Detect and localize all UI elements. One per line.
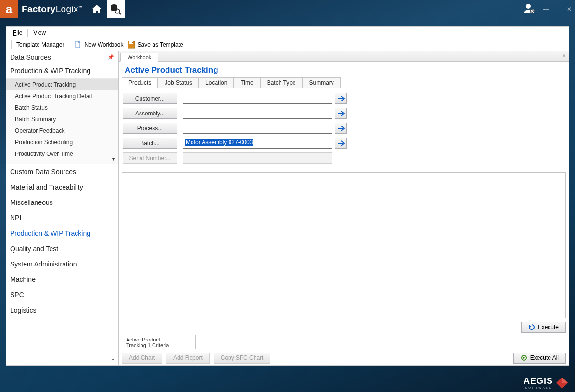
customer-field[interactable] — [183, 93, 332, 104]
process-go-button[interactable] — [335, 123, 347, 134]
menu-bar: File View — [6, 27, 569, 38]
svg-rect-7 — [76, 41, 80, 48]
sidebar-category[interactable]: Quality and Test — [6, 241, 118, 256]
batch-picker-button[interactable]: Batch... — [123, 138, 177, 149]
sidebar-category[interactable]: Machine — [6, 272, 118, 287]
sidebar: Data Sources 📌 Production & WIP Tracking… — [6, 51, 119, 365]
minimize-button[interactable]: — — [542, 5, 550, 13]
svg-point-3 — [526, 4, 531, 9]
database-search-icon — [110, 3, 121, 15]
sidebar-category[interactable]: Miscellaneous — [6, 195, 118, 210]
execute-all-button[interactable]: Execute All — [513, 353, 566, 364]
customer-go-button[interactable] — [335, 93, 347, 104]
subtab-time[interactable]: Time — [234, 77, 260, 88]
workbook-tabstrip: Workbook × — [119, 51, 569, 62]
subtab-job-status[interactable]: Job Status — [158, 77, 199, 88]
close-tab-button[interactable]: × — [562, 52, 566, 59]
tab-workbook[interactable]: Workbook — [120, 53, 158, 62]
home-button[interactable] — [89, 1, 105, 17]
save-as-template-button[interactable]: Save as Template — [126, 40, 185, 50]
toolbar: Template Manager New Workbook Save as Te… — [6, 38, 569, 51]
subtab-products[interactable]: Products — [122, 77, 158, 88]
sidebar-category[interactable]: System Administration — [6, 256, 118, 272]
refresh-all-icon — [521, 354, 527, 361]
process-picker-button[interactable]: Process... — [123, 123, 177, 134]
sidebar-item[interactable]: Active Product Tracking — [6, 79, 118, 90]
sidebar-category[interactable]: Material and Traceability — [6, 179, 118, 195]
maximize-button[interactable]: ☐ — [553, 5, 562, 13]
sidebar-item[interactable]: Production Scheduling — [6, 137, 118, 148]
subtab-location[interactable]: Location — [199, 77, 234, 88]
arrow-right-icon — [337, 140, 345, 146]
sidebar-category-expanded[interactable]: Production & WIP Tracking — [6, 63, 118, 78]
batch-go-button[interactable] — [335, 138, 347, 149]
execute-button[interactable]: Execute — [521, 322, 566, 333]
assembly-field[interactable] — [183, 108, 332, 119]
sidebar-category-active[interactable]: Production & WIP Tracking — [6, 226, 118, 241]
sidebar-category[interactable]: NPI — [6, 210, 118, 226]
user-icon — [523, 3, 536, 14]
add-chart-button: Add Chart — [122, 353, 162, 364]
home-icon — [91, 4, 102, 14]
arrow-right-icon — [337, 96, 345, 101]
subtab-batch-type[interactable]: Batch Type — [260, 77, 303, 88]
refresh-icon — [528, 324, 535, 330]
svg-rect-10 — [132, 42, 133, 43]
document-icon — [74, 41, 82, 49]
sidebar-item[interactable]: Active Product Tracking Detail — [6, 90, 118, 102]
save-icon — [128, 41, 135, 49]
subtab-summary[interactable]: Summary — [303, 77, 341, 88]
sidebar-item[interactable]: Batch Summary — [6, 114, 118, 125]
batch-field[interactable]: Motor Assembly 927-0003 — [183, 138, 332, 149]
svg-line-2 — [119, 13, 121, 14]
menu-file[interactable]: File — [8, 28, 27, 38]
page-title: Active Product Tracking — [119, 62, 569, 77]
brand-logo: a — [0, 0, 18, 18]
sidebar-header: Data Sources 📌 — [6, 51, 118, 63]
sidebar-category[interactable]: Logistics — [6, 303, 118, 318]
results-area — [122, 172, 566, 318]
brand-name: FactoryLogix™ — [22, 4, 82, 14]
arrow-right-icon — [337, 126, 345, 131]
chevron-down-icon[interactable]: ▾ — [112, 156, 115, 162]
assembly-picker-button[interactable]: Assembly... — [123, 108, 177, 119]
pin-icon[interactable]: 📌 — [108, 54, 114, 60]
subtab-strip: Products Job Status Location Time Batch … — [122, 77, 566, 88]
assembly-go-button[interactable] — [335, 108, 347, 119]
close-button[interactable]: ✕ — [565, 5, 574, 13]
new-workbook-button[interactable]: New Workbook — [72, 40, 125, 50]
vendor-logo: AEGIS SOFTWARE — [524, 376, 568, 389]
sidebar-item[interactable]: Batch Status — [6, 102, 118, 114]
analytics-tool-button[interactable] — [107, 0, 125, 18]
sidebar-category[interactable]: SPC — [6, 287, 118, 303]
customer-picker-button[interactable]: Customer... — [123, 93, 177, 104]
process-field[interactable] — [183, 123, 332, 134]
copy-spc-chart-button: Copy SPC Chart — [214, 353, 271, 364]
chevron-down-icon[interactable]: ⌄ — [111, 356, 115, 361]
sidebar-sublist: Active Product Tracking Active Product T… — [6, 78, 118, 164]
criteria-blank — [184, 335, 196, 349]
template-manager-button[interactable]: Template Manager — [14, 40, 66, 49]
serial-picker-button: Serial Number... — [123, 152, 177, 164]
sidebar-category[interactable]: Custom Data Sources — [6, 164, 118, 179]
filter-form: Customer... Assembly... Process... — [119, 88, 569, 172]
add-report-button: Add Report — [166, 353, 210, 364]
sidebar-item[interactable]: Operator Feedback — [6, 125, 118, 137]
resize-handle[interactable]: ······ — [6, 160, 118, 164]
main-panel: Workbook × Active Product Tracking Produ… — [119, 51, 569, 365]
serial-field — [183, 152, 332, 164]
menu-view[interactable]: View — [28, 28, 51, 38]
criteria-tabs: Active Product Tracking 1 Criteria — [119, 334, 569, 351]
user-menu-button[interactable] — [523, 3, 537, 15]
arrow-right-icon — [337, 111, 345, 116]
diamond-icon — [556, 377, 568, 389]
